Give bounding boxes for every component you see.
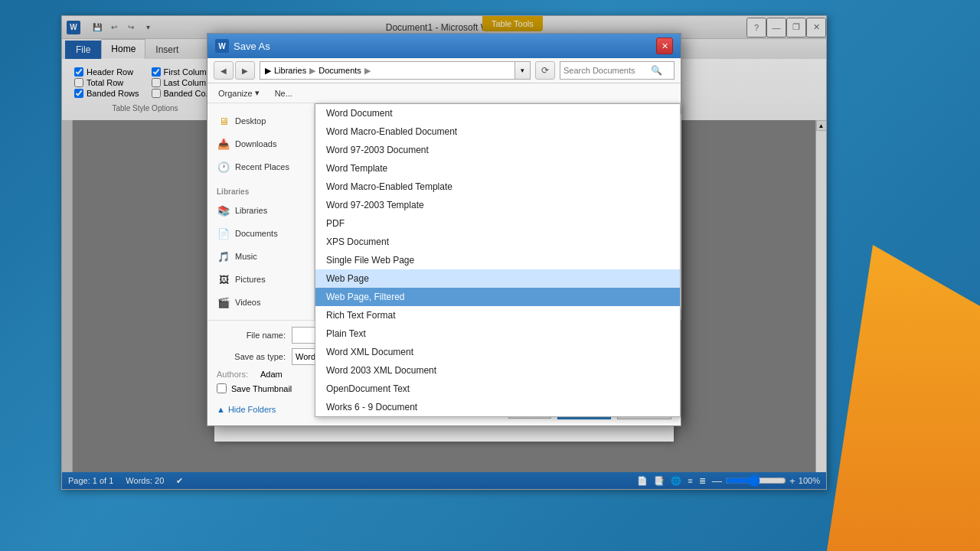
breadcrumb-sep1: ▶: [309, 66, 315, 76]
videos-label: Videos: [235, 298, 260, 307]
breadcrumb-documents[interactable]: Documents: [318, 66, 361, 75]
back-btn[interactable]: ◀: [214, 61, 234, 80]
refresh-btn[interactable]: ⟳: [535, 61, 555, 80]
downloads-label: Downloads: [235, 139, 276, 148]
format-rtf[interactable]: Rich Text Format: [315, 306, 680, 324]
desktop: W 💾 ↩ ↪ ▾ Document1 - Microsoft Word Tab…: [0, 0, 980, 551]
format-type-dropdown: Word Document Word Macro-Enabled Documen…: [315, 103, 681, 417]
recent-places-icon: 🕐: [217, 160, 230, 174]
new-folder-btn[interactable]: Ne...: [270, 87, 297, 99]
save-thumbnail-checkbox[interactable]: [217, 383, 227, 393]
format-word-2003-xml[interactable]: Word 2003 XML Document: [315, 361, 680, 380]
downloads-icon: 📥: [217, 137, 230, 151]
desktop-icon: 🖥: [217, 114, 230, 128]
authors-value: Adam: [260, 370, 283, 379]
sidebar-item-libraries[interactable]: 📚 Libraries: [207, 199, 314, 222]
dialog-overlay: W Save As ✕ ◀ ▶ ▶ Libraries: [62, 16, 826, 489]
breadcrumb-dropdown-btn[interactable]: ▾: [515, 61, 531, 80]
forward-btn[interactable]: ▶: [235, 61, 255, 80]
sidebar-item-videos[interactable]: 🎬 Videos: [207, 291, 314, 314]
format-odt[interactable]: OpenDocument Text: [315, 380, 680, 398]
format-word-macro[interactable]: Word Macro-Enabled Document: [315, 122, 680, 141]
format-word-97[interactable]: Word 97-2003 Document: [315, 141, 680, 159]
format-word-97-template[interactable]: Word 97-2003 Template: [315, 196, 680, 214]
hide-folders-label: Hide Folders: [228, 405, 276, 414]
breadcrumb-sep2: ▶: [364, 66, 371, 76]
documents-icon: 📄: [217, 227, 230, 240]
sidebar-item-downloads[interactable]: 📥 Downloads: [207, 132, 314, 155]
music-icon: 🎵: [217, 249, 230, 263]
desktop-label: Desktop: [235, 116, 266, 126]
filename-label: File name:: [217, 331, 286, 340]
format-single-web[interactable]: Single File Web Page: [315, 251, 680, 269]
hide-folders-btn[interactable]: ▲ Hide Folders: [217, 405, 276, 414]
sidebar-item-music[interactable]: 🎵 Music: [207, 245, 314, 268]
sidebar-item-desktop[interactable]: 🖥 Desktop: [207, 109, 314, 132]
save-thumbnail-label: Save Thumbnail: [231, 384, 292, 393]
savetype-label: Save as type:: [217, 352, 286, 361]
format-word-template[interactable]: Word Template: [315, 159, 680, 178]
libraries-section-header: Libraries: [207, 184, 314, 199]
dialog-toolbar: ◀ ▶ ▶ Libraries ▶ Documents ▶ ▾ ⟳: [207, 58, 681, 83]
sidebar-item-pictures[interactable]: 🖼 Pictures: [207, 268, 314, 291]
breadcrumb-root: ▶: [265, 66, 271, 76]
format-word-macro-template[interactable]: Word Macro-Enabled Template: [315, 178, 680, 196]
format-web-page-filtered[interactable]: Web Page, Filtered: [315, 288, 680, 306]
format-pdf[interactable]: PDF: [315, 214, 680, 233]
format-web-page[interactable]: Web Page: [315, 269, 680, 288]
organize-label: Organize: [218, 89, 253, 98]
format-word-xml[interactable]: Word XML Document: [315, 343, 680, 361]
music-label: Music: [235, 252, 257, 261]
breadcrumb-libraries[interactable]: Libraries: [274, 66, 306, 75]
new-folder-label: Ne...: [275, 89, 292, 98]
dialog-sidebar: 🖥 Desktop 📥 Downloads 🕐 Recent Places: [207, 103, 315, 320]
word-window: W 💾 ↩ ↪ ▾ Document1 - Microsoft Word Tab…: [61, 15, 827, 490]
libraries-nav-label: Libraries: [235, 206, 267, 215]
nav-buttons: ◀ ▶: [214, 61, 255, 80]
recent-places-label: Recent Places: [235, 162, 289, 171]
dialog-title-text: Save As: [234, 41, 270, 52]
organize-arrow: ▾: [255, 88, 260, 98]
pictures-label: Pictures: [235, 275, 266, 284]
file-list-area: Word Document Word Macro-Enabled Documen…: [315, 103, 681, 320]
search-icon: 🔍: [651, 65, 662, 76]
libraries-icon: 📚: [217, 204, 230, 217]
dialog-title-bar: W Save As ✕: [207, 34, 681, 58]
search-box: 🔍: [560, 61, 675, 80]
breadcrumb-container: ▶ Libraries ▶ Documents ▶ ▾: [260, 61, 531, 80]
videos-icon: 🎬: [217, 295, 230, 309]
documents-nav-label: Documents: [235, 229, 278, 238]
search-input[interactable]: [564, 66, 648, 75]
libraries-label: Libraries: [217, 187, 249, 196]
format-word-doc[interactable]: Word Document: [315, 104, 680, 122]
save-as-dialog: W Save As ✕ ◀ ▶ ▶ Libraries: [207, 33, 681, 426]
dialog-close-btn[interactable]: ✕: [656, 37, 673, 54]
dialog-word-icon: W: [215, 39, 229, 53]
format-works[interactable]: Works 6 - 9 Document: [315, 398, 680, 416]
sidebar-item-documents[interactable]: 📄 Documents: [207, 222, 314, 245]
format-xps[interactable]: XPS Document: [315, 233, 680, 251]
breadcrumb-bar: ▶ Libraries ▶ Documents ▶: [260, 61, 515, 80]
sidebar-item-recent[interactable]: 🕐 Recent Places: [207, 155, 314, 178]
pictures-icon: 🖼: [217, 272, 230, 286]
format-plain-text[interactable]: Plain Text: [315, 324, 680, 343]
dialog-title-left: W Save As: [215, 39, 270, 53]
organize-btn[interactable]: Organize ▾: [214, 86, 264, 99]
authors-label: Authors:: [217, 370, 248, 379]
dialog-action-bar: Organize ▾ Ne...: [207, 83, 681, 103]
hide-folders-arrow: ▲: [217, 405, 225, 414]
dialog-body: 🖥 Desktop 📥 Downloads 🕐 Recent Places: [207, 103, 681, 320]
